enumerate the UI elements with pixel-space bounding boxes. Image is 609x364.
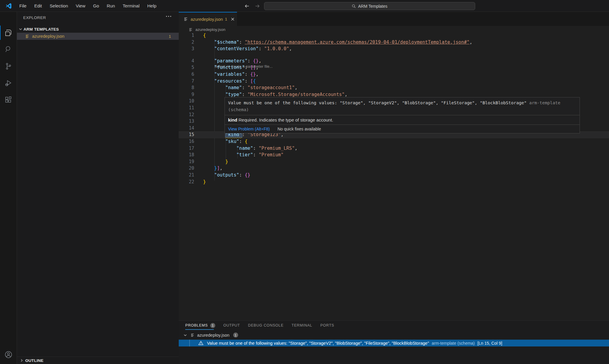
code-text: "resources": [{	[203, 78, 256, 85]
hover-widget: Value must be one of the following value…	[225, 97, 580, 133]
code-text: "variables": {},	[203, 71, 259, 78]
code-line-16[interactable]: 16 "sku": {	[179, 138, 609, 145]
bottom-panel: PROBLEMS 1 OUTPUT DEBUG CONSOLE TERMINAL…	[179, 320, 609, 364]
line-number: 1	[179, 32, 194, 39]
code-text: }],	[203, 165, 222, 172]
view-problem-link[interactable]: View Problem (Alt+F8)	[228, 127, 270, 131]
menu-view[interactable]: View	[72, 0, 89, 12]
menu-edit[interactable]: Edit	[30, 0, 46, 12]
hover-problem-message: Value must be one of the following value…	[225, 97, 580, 115]
no-quick-fixes-label: No quick fixes available	[277, 127, 321, 131]
code-area[interactable]: Select or create a parameter file... 1{2…	[179, 12, 609, 320]
menu-bar: File Edit Selection View Go Run Terminal…	[15, 0, 160, 12]
menu-go[interactable]: Go	[89, 0, 103, 12]
tree-indent-guide	[189, 340, 190, 346]
menu-terminal[interactable]: Terminal	[119, 0, 144, 12]
code-text: "sku": {	[203, 138, 247, 145]
tab-output[interactable]: OUTPUT	[223, 323, 240, 327]
back-arrow-icon[interactable]	[244, 4, 249, 9]
line-number: 18	[179, 152, 194, 158]
code-line-18[interactable]: 18 "tier": "Premium"	[179, 152, 609, 158]
line-number: 4	[179, 58, 194, 64]
hover-schema-doc: kind Required. Indicates the type of sto…	[225, 115, 580, 125]
code-line-4[interactable]: 4 "parameters": {},	[179, 58, 609, 64]
command-center-search[interactable]: ARM Templates	[264, 2, 475, 10]
forward-arrow-icon[interactable]	[255, 4, 260, 9]
chevron-down-icon	[183, 333, 187, 337]
account-icon[interactable]	[0, 347, 17, 362]
problems-file-name: azuredeploy.json	[197, 333, 230, 338]
line-number: 19	[179, 158, 194, 165]
search-view-icon[interactable]	[0, 42, 17, 56]
code-line-20[interactable]: 20 }],	[179, 165, 609, 172]
code-line-22[interactable]: 22}	[179, 179, 609, 185]
title-bar: File Edit Selection View Go Run Terminal…	[0, 0, 609, 12]
line-number: 8	[179, 84, 194, 91]
code-text: "$schema": "https://schema.management.az…	[203, 39, 472, 46]
problem-source: arm-template (schema)	[432, 341, 475, 346]
code-line-17[interactable]: 17 "name": "Premium_LRS",	[179, 145, 609, 152]
panel-tab-bar: PROBLEMS 1 OUTPUT DEBUG CONSOLE TERMINAL…	[185, 321, 334, 330]
source-control-icon[interactable]	[0, 59, 17, 74]
line-number: 6	[179, 71, 194, 78]
line-number: 12	[179, 111, 194, 118]
code-line-3[interactable]: 3 "contentVersion": "1.0.0.0",	[179, 45, 609, 52]
line-number: 13	[179, 118, 194, 125]
problems-file-group[interactable]: azuredeploy.json 1	[179, 331, 609, 339]
code-line-5[interactable]: 5 "functions": [],	[179, 64, 609, 71]
chevron-right-icon	[20, 359, 23, 362]
problem-message: Value must be one of the following value…	[207, 341, 429, 346]
extensions-icon[interactable]	[0, 92, 17, 107]
file-item-azuredeploy[interactable]: azuredeploy.json 1	[17, 33, 179, 40]
code-text: {	[203, 32, 206, 39]
explorer-sidebar: EXPLORER ARM TEMPLATES azuredeploy.json …	[17, 12, 179, 364]
section-label: ARM TEMPLATES	[23, 27, 59, 31]
code-line-7[interactable]: 7 "resources": [{	[179, 78, 609, 85]
code-text: }	[203, 158, 228, 165]
search-icon	[352, 4, 356, 8]
line-number: 16	[179, 138, 194, 145]
line-number: 22	[179, 179, 194, 185]
line-number: 15	[179, 131, 194, 138]
code-text: "outputs": {}	[203, 172, 250, 179]
line-number: 5	[179, 64, 194, 71]
menu-file[interactable]: File	[15, 0, 30, 12]
code-text: "parameters": {},	[203, 58, 261, 64]
code-text: "functions": [],	[203, 64, 259, 71]
json-file-icon	[191, 333, 195, 337]
explorer-icon[interactable]	[0, 25, 17, 40]
line-number: 3	[179, 45, 194, 52]
json-file-icon	[25, 34, 30, 39]
problem-item-selected[interactable]: Value must be one of the following value…	[179, 340, 609, 346]
menu-help[interactable]: Help	[143, 0, 160, 12]
menu-run[interactable]: Run	[103, 0, 119, 12]
warning-icon	[198, 341, 203, 346]
code-line-2[interactable]: 2 "$schema": "https://schema.management.…	[179, 39, 609, 46]
menu-selection[interactable]: Selection	[46, 0, 72, 12]
problems-file-badge: 1	[233, 333, 238, 338]
code-text: "tier": "Premium"	[203, 152, 284, 158]
line-number: 2	[179, 39, 194, 46]
line-number: 7	[179, 78, 194, 85]
code-text: "name": "Premium_LRS",	[203, 145, 297, 152]
tab-debug-console[interactable]: DEBUG CONSOLE	[248, 323, 283, 327]
code-line-21[interactable]: 21 "outputs": {}	[179, 172, 609, 179]
code-line-6[interactable]: 6 "variables": {},	[179, 71, 609, 78]
line-number: 14	[179, 125, 194, 132]
tab-problems[interactable]: PROBLEMS 1	[185, 323, 215, 328]
sidebar-section-arm-templates[interactable]: ARM TEMPLATES	[17, 26, 179, 33]
active-panel-tab-indicator	[185, 329, 214, 330]
run-debug-icon[interactable]	[0, 76, 17, 91]
line-number: 20	[179, 165, 194, 172]
sidebar-title: EXPLORER	[23, 15, 46, 20]
tab-ports[interactable]: PORTS	[320, 323, 334, 327]
code-line-1[interactable]: 1{	[179, 32, 609, 39]
problems-count-badge: 1	[210, 323, 215, 328]
code-line-8[interactable]: 8 "name": "storageaccount1",	[179, 84, 609, 91]
outline-label: OUTLINE	[25, 358, 43, 363]
line-number: 21	[179, 172, 194, 179]
outline-section[interactable]: OUTLINE	[17, 357, 179, 364]
code-line-19[interactable]: 19 }	[179, 158, 609, 165]
tab-terminal[interactable]: TERMINAL	[292, 323, 313, 327]
more-actions-icon[interactable]	[166, 15, 172, 17]
